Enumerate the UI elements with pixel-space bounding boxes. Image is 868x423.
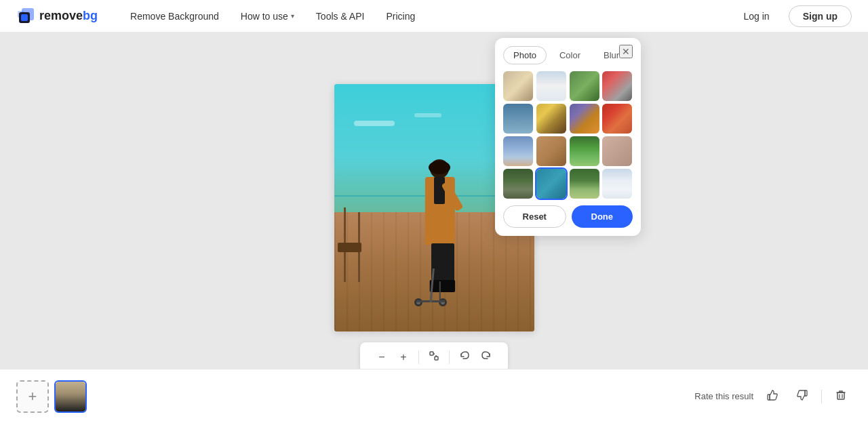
- bg-thumb-15[interactable]: [570, 169, 599, 199]
- image-thumbnail[interactable]: [54, 380, 87, 413]
- svg-rect-10: [837, 392, 844, 399]
- logo[interactable]: removebg: [16, 7, 98, 26]
- svg-rect-4: [430, 352, 433, 355]
- bg-thumb-13[interactable]: [503, 169, 533, 199]
- redo-icon: [481, 350, 492, 364]
- minus-icon: −: [378, 351, 384, 363]
- thumbs-up-button[interactable]: [762, 386, 783, 407]
- nav-how-to-use[interactable]: How to use ▾: [230, 0, 305, 33]
- bg-thumb-4[interactable]: [602, 71, 632, 101]
- delete-button[interactable]: [830, 386, 852, 407]
- cloud-decoration2: [414, 113, 441, 117]
- nav-remove-background[interactable]: Remove Background: [119, 0, 230, 33]
- close-icon: ✕: [622, 46, 630, 57]
- panel-actions: Reset Done: [503, 205, 633, 228]
- bg-thumb-1[interactable]: [503, 71, 533, 101]
- reset-button[interactable]: Reset: [503, 205, 566, 228]
- redo-button[interactable]: [475, 346, 497, 368]
- tab-color[interactable]: Color: [549, 46, 591, 64]
- chevron-down-icon: ▾: [291, 12, 294, 20]
- thumbnail-preview: [56, 382, 85, 411]
- toolbar-divider-1: [418, 350, 419, 364]
- add-image-button[interactable]: +: [16, 380, 49, 413]
- thumbs-up-icon: [766, 389, 778, 404]
- trash-icon: [835, 389, 847, 404]
- bg-thumb-12[interactable]: [602, 136, 632, 166]
- bg-thumb-2[interactable]: [536, 71, 566, 101]
- toolbar: − +: [360, 342, 508, 372]
- thumbs-down-icon: [796, 389, 808, 404]
- panel-tabs: Photo Color Blur: [503, 46, 633, 64]
- svg-rect-8: [768, 395, 770, 400]
- rate-section: Rate this result: [694, 386, 852, 407]
- scooter: [410, 252, 451, 306]
- canvas-area: − +: [0, 33, 868, 423]
- panel-close-button[interactable]: ✕: [619, 45, 633, 58]
- bottom-strip: + Rate this result: [0, 369, 868, 423]
- rate-divider: [821, 390, 822, 403]
- rate-label: Rate this result: [694, 391, 753, 401]
- undo-button[interactable]: [454, 346, 475, 368]
- bg-thumb-16[interactable]: [602, 169, 632, 199]
- header: removebg Remove Background How to use ▾ …: [0, 0, 868, 33]
- zoom-out-button[interactable]: −: [371, 346, 393, 368]
- login-button[interactable]: Log in: [733, 7, 781, 26]
- svg-rect-9: [805, 390, 807, 396]
- svg-rect-5: [435, 357, 438, 360]
- logo-icon: [16, 7, 35, 26]
- bg-thumb-14[interactable]: [536, 169, 566, 199]
- cloud-decoration: [354, 121, 395, 126]
- svg-rect-3: [21, 14, 28, 21]
- undo-icon: [459, 350, 470, 364]
- bg-thumb-7[interactable]: [570, 104, 599, 134]
- zoom-in-button[interactable]: +: [393, 346, 414, 368]
- background-panel: ✕ Photo Color Blur Reset: [495, 38, 641, 236]
- thumbs-down-button[interactable]: [791, 386, 813, 407]
- main-nav: Remove Background How to use ▾ Tools & A…: [119, 0, 732, 33]
- toolbar-divider-2: [449, 350, 450, 364]
- header-actions: Log in Sign up: [733, 5, 852, 27]
- bg-thumb-11[interactable]: [570, 136, 599, 166]
- nav-pricing[interactable]: Pricing: [375, 0, 426, 33]
- fit-icon: [429, 350, 439, 364]
- bg-thumb-9[interactable]: [503, 136, 533, 166]
- main-area: − +: [0, 33, 868, 423]
- bg-thumb-3[interactable]: [570, 71, 599, 101]
- plus-icon: +: [28, 388, 37, 405]
- plus-icon: +: [400, 351, 406, 363]
- nav-tools-api[interactable]: Tools & API: [305, 0, 376, 33]
- bg-thumb-10[interactable]: [536, 136, 566, 166]
- tab-photo[interactable]: Photo: [503, 46, 547, 64]
- bg-thumb-8[interactable]: [602, 104, 632, 134]
- done-button[interactable]: Done: [572, 205, 633, 228]
- bench: [338, 243, 361, 252]
- bg-thumb-5[interactable]: [503, 104, 533, 134]
- bg-thumb-6[interactable]: [536, 104, 566, 134]
- logo-text: removebg: [39, 9, 98, 23]
- signup-button[interactable]: Sign up: [789, 5, 852, 27]
- fit-button[interactable]: [423, 346, 445, 368]
- background-grid: [503, 71, 633, 199]
